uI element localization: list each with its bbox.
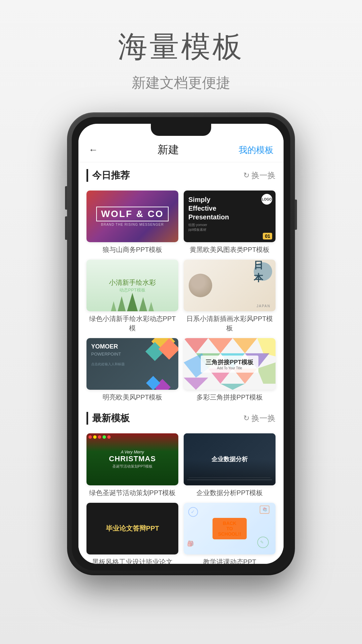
svg-marker-11 <box>184 378 208 390</box>
watercolor-template-thumb[interactable]: 小清新手绘水彩 动态PPT模板 <box>86 260 178 311</box>
page-header: 海量模板 新建文档更便捷 <box>118 0 244 92</box>
wolf-title: WOLF & CO <box>96 207 168 221</box>
school-label: 教学讲课动态PPT <box>184 557 276 564</box>
christmas-template-thumb[interactable]: A Very Merry CHRISTMAS 圣诞节活动策划PPT模板 <box>86 433 178 485</box>
watercolor-label: 绿色小清新手绘水彩动态PPT模 <box>86 314 178 333</box>
nav-bar: ← 新建 我的模板 <box>78 136 284 162</box>
list-item[interactable]: ✓ 📚 ✎ 🎒 BACKTOSCHOOL!! <box>184 503 276 564</box>
enterprise-template-thumb[interactable]: 企业数据分析 <box>184 433 276 485</box>
refresh-today-button[interactable]: ↻ 换一换 <box>243 170 276 181</box>
svg-marker-12 <box>221 384 245 390</box>
list-item[interactable]: 日本 JAPAN 日系小清新插画水彩风PPT模板 <box>184 260 276 333</box>
black-title: SimplyEffectivePresentation <box>188 195 271 221</box>
graduation-template-thumb[interactable]: 毕业论文答辩PPT <box>86 503 178 554</box>
svg-marker-0 <box>184 338 208 353</box>
refresh-latest-button[interactable]: ↻ 换一换 <box>243 413 276 424</box>
black-sub: 组图·yomoerppt模板素材 <box>188 223 271 232</box>
japan-kanji: 日本 <box>254 260 272 284</box>
graduation-label: 黑板风格工业设计毕业论文答... <box>86 557 178 564</box>
xmas-sub: 圣诞节活动策划PPT模板 <box>109 464 156 469</box>
svg-text:📚: 📚 <box>262 507 267 512</box>
app-screen: ← 新建 我的模板 今日推荐 ↻ 换一换 <box>78 136 284 564</box>
triangle-title: 三角拼接PPT模板 <box>205 358 253 366</box>
black-template-thumb[interactable]: SimplyEffectivePresentation 组图·yomoerppt… <box>184 191 276 242</box>
list-item[interactable]: WOLF & CO BRAND THE RISING MESSENGER 狼与山… <box>86 191 178 254</box>
refresh-latest-icon: ↻ <box>243 414 249 423</box>
wolf-template-thumb[interactable]: WOLF & CO BRAND THE RISING MESSENGER <box>86 191 178 242</box>
power-button <box>295 200 297 230</box>
phone-mockup: ← 新建 我的模板 今日推荐 ↻ 换一换 <box>67 112 295 575</box>
xmas-line1: A Very Merry <box>109 450 156 454</box>
back-button[interactable]: ← <box>88 145 98 155</box>
triangle-template-thumb[interactable]: 三角拼接PPT模板 Add To Your Title <box>184 338 276 390</box>
today-section: 今日推荐 ↻ 换一换 <box>78 162 284 191</box>
enterprise-title: 企业数据分析 <box>212 455 248 463</box>
list-item[interactable]: 毕业论文答辩PPT 黑板风格工业设计毕业论文答... <box>86 503 178 564</box>
japan-text: JAPAN <box>257 304 271 308</box>
school-title: BACKTOSCHOOL!! <box>218 521 241 537</box>
latest-templates-grid: A Very Merry CHRISTMAS 圣诞节活动策划PPT模板 绿色圣诞… <box>78 433 284 564</box>
page-title: 海量模板 <box>118 27 244 67</box>
today-templates-grid: WOLF & CO BRAND THE RISING MESSENGER 狼与山… <box>78 191 284 402</box>
svg-text:✎: ✎ <box>260 540 264 545</box>
yomoer-brand: YOMOER <box>91 343 174 351</box>
vol-up-button <box>65 186 67 210</box>
yomoer-label: 明亮欧美风PPT模板 <box>86 392 178 402</box>
vol-down-button <box>65 216 67 240</box>
page-subtitle: 新建文档更便捷 <box>118 73 244 92</box>
yomoer-tagline: 点击此处输入人和标题 <box>91 362 174 367</box>
phone-notch <box>151 124 211 136</box>
xmas-main: CHRISTMAS <box>109 454 156 463</box>
japan-label: 日系小清新插画水彩风PPT模板 <box>184 314 276 333</box>
list-item[interactable]: 企业数据分析 企业数据分析PPT模板 <box>184 433 276 497</box>
refresh-icon: ↻ <box>243 171 249 180</box>
nav-title: 新建 <box>158 143 179 157</box>
list-item[interactable]: SimplyEffectivePresentation 组图·yomoerppt… <box>184 191 276 254</box>
grad-title: 毕业论文答辩PPT <box>106 524 159 533</box>
enterprise-label: 企业数据分析PPT模板 <box>184 488 276 497</box>
japan-cat <box>189 274 212 297</box>
svg-marker-2 <box>233 338 257 353</box>
svg-text:🎒: 🎒 <box>187 540 194 547</box>
latest-section: 最新模板 ↻ 换一换 <box>78 405 284 433</box>
japan-circle: 日本 <box>254 262 272 281</box>
yomoer-template-thumb[interactable]: YOMOER POWERPOINT 点击此处输入人和标题 <box>86 338 178 390</box>
school-template-thumb[interactable]: ✓ 📚 ✎ 🎒 BACKTOSCHOOL!! <box>184 503 276 554</box>
wolf-subtitle: BRAND THE RISING MESSENGER <box>96 223 168 226</box>
wc-sub: 动态PPT模板 <box>119 287 145 293</box>
black-label: 黄黑欧美风图表类PPT模板 <box>184 245 276 254</box>
wolf-label: 狼与山商务PPT模板 <box>86 245 178 254</box>
wc-title: 小清新手绘水彩 <box>109 278 156 287</box>
list-item[interactable]: A Very Merry CHRISTMAS 圣诞节活动策划PPT模板 绿色圣诞… <box>86 433 178 497</box>
svg-marker-1 <box>208 338 233 353</box>
list-item[interactable]: 小清新手绘水彩 动态PPT模板 绿色小清新手绘水彩动 <box>86 260 178 333</box>
christmas-label: 绿色圣诞节活动策划PPT模板 <box>86 488 178 497</box>
black-num: 01 <box>263 233 272 239</box>
list-item[interactable]: 三角拼接PPT模板 Add To Your Title 多彩三角拼接PPT模板 <box>184 338 276 402</box>
list-item[interactable]: YOMOER POWERPOINT 点击此处输入人和标题 <box>86 338 178 402</box>
latest-title: 最新模板 <box>86 412 130 425</box>
triangle-label: 多彩三角拼接PPT模板 <box>184 392 276 402</box>
svg-text:✓: ✓ <box>191 509 195 514</box>
black-logo: LOGO <box>261 194 272 205</box>
svg-marker-10 <box>257 363 276 384</box>
yomoer-type: POWERPOINT <box>91 352 174 357</box>
japan-template-thumb[interactable]: 日本 JAPAN <box>184 260 276 311</box>
my-templates-button[interactable]: 我的模板 <box>239 144 274 156</box>
triangle-sub: Add To Your Title <box>205 366 253 370</box>
today-title: 今日推荐 <box>86 169 130 182</box>
